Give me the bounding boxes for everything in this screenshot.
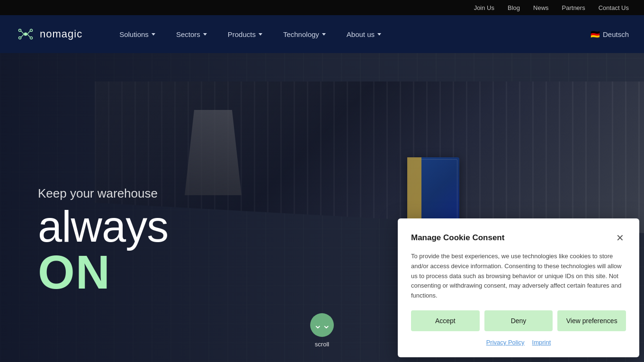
nav-item-sectors[interactable]: Sectors (168, 27, 215, 42)
flag-icon: 🇩🇪 (590, 30, 600, 39)
nav-item-solutions[interactable]: Solutions (111, 27, 164, 42)
chevron-down-icon (377, 33, 381, 36)
chevron-down-icon (203, 33, 207, 36)
hero-section: Keep your warehouse always ON ⌄⌄ scroll … (0, 53, 644, 362)
hero-subtitle: Keep your warehouse (38, 186, 168, 201)
chevron-down-icon (259, 33, 262, 36)
logo-icon (15, 24, 36, 45)
main-nav: nomagic Solutions Sectors Products Techn… (0, 15, 644, 53)
svg-point-4 (30, 37, 33, 39)
partners-link[interactable]: Partners (562, 4, 585, 11)
chevron-down-icon (322, 33, 326, 36)
cookie-actions: Accept Deny View preferences (411, 310, 626, 331)
cookie-links: Privacy Policy Imprint (411, 339, 626, 346)
join-us-link[interactable]: Join Us (474, 4, 494, 11)
nav-items: Solutions Sectors Products Technology Ab… (111, 27, 590, 42)
language-switcher[interactable]: 🇩🇪 Deutsch (590, 30, 629, 39)
svg-point-2 (30, 29, 33, 32)
cookie-title: Manage Cookie Consent (411, 233, 504, 243)
logo-text: nomagic (40, 28, 82, 40)
svg-line-6 (27, 31, 30, 35)
hero-title-always: always (38, 205, 168, 248)
svg-point-0 (24, 33, 27, 36)
nav-item-about-us[interactable]: About us (338, 27, 390, 42)
cookie-consent-modal: Manage Cookie Consent ✕ To provide the b… (398, 218, 639, 357)
deny-button[interactable]: Deny (484, 310, 553, 331)
accept-button[interactable]: Accept (411, 310, 480, 331)
privacy-policy-link[interactable]: Privacy Policy (486, 339, 525, 346)
chevron-down-icon (152, 33, 155, 36)
scroll-chevrons-icon: ⌄⌄ (313, 320, 331, 330)
scroll-circle: ⌄⌄ (310, 313, 334, 337)
blog-link[interactable]: Blog (508, 4, 520, 11)
svg-line-5 (21, 31, 24, 35)
svg-line-7 (21, 34, 24, 37)
cookie-body-text: To provide the best experiences, we use … (411, 252, 626, 301)
nav-item-technology[interactable]: Technology (275, 27, 334, 42)
hero-content: Keep your warehouse always ON (38, 186, 168, 296)
lang-label: Deutsch (603, 30, 629, 38)
nav-item-products[interactable]: Products (219, 27, 271, 42)
imprint-link[interactable]: Imprint (532, 339, 551, 346)
hero-title-on: ON (38, 248, 168, 296)
cookie-header: Manage Cookie Consent ✕ (411, 232, 626, 244)
scroll-button[interactable]: ⌄⌄ scroll (310, 313, 334, 348)
scroll-label: scroll (315, 341, 329, 348)
top-bar: Join Us Blog News Partners Contact Us (0, 0, 644, 15)
cookie-close-button[interactable]: ✕ (614, 232, 626, 244)
logo[interactable]: nomagic (15, 24, 82, 45)
svg-line-8 (27, 34, 30, 37)
news-link[interactable]: News (533, 4, 549, 11)
contact-us-link[interactable]: Contact Us (599, 4, 629, 11)
view-preferences-button[interactable]: View preferences (557, 310, 626, 331)
svg-point-1 (19, 29, 21, 32)
svg-point-3 (19, 37, 21, 39)
